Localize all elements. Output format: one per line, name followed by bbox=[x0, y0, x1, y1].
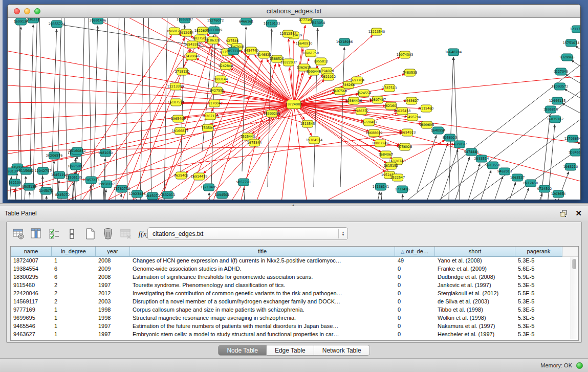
graph-node[interactable]: 9699695 bbox=[420, 121, 434, 128]
graph-node[interactable]: 1615152 bbox=[384, 162, 398, 169]
table-row[interactable]: 1938455462009Genome-wide association stu… bbox=[11, 265, 578, 273]
graph-node[interactable]: 16914479 bbox=[191, 173, 208, 180]
graph-node[interactable]: 917004 bbox=[208, 100, 221, 107]
new-table-icon[interactable] bbox=[82, 226, 98, 242]
graph-node[interactable]: 12213399 bbox=[167, 83, 184, 90]
graph-node[interactable]: 9756928 bbox=[398, 143, 412, 150]
graph-node[interactable]: 8958923 bbox=[443, 134, 457, 141]
graph-node[interactable]: 9724502 bbox=[537, 185, 552, 192]
graph-node[interactable]: 10719133 bbox=[264, 20, 280, 27]
graph-node[interactable]: 1621012 bbox=[321, 73, 336, 80]
table-row[interactable]: 1830029562008Estimation of significance … bbox=[11, 273, 578, 281]
graph-node[interactable]: 12213540 bbox=[368, 28, 385, 35]
column-header-out_de[interactable]: △out_de… bbox=[395, 247, 435, 257]
hub-node[interactable]: 18724007 bbox=[286, 100, 302, 109]
graph-node[interactable]: 16648784 bbox=[445, 49, 462, 56]
graph-node[interactable]: 19654923 bbox=[399, 129, 416, 136]
graph-node[interactable]: 9242848 bbox=[219, 62, 233, 70]
table-settings-icon[interactable] bbox=[11, 226, 26, 242]
graph-node[interactable]: 15276072 bbox=[207, 18, 224, 24]
column-header-in_degree[interactable]: in_degree bbox=[52, 247, 96, 257]
column-header-short[interactable]: short bbox=[435, 247, 515, 257]
graph-node[interactable]: 1034553 bbox=[569, 149, 580, 156]
delete-table-icon[interactable] bbox=[100, 226, 116, 242]
graph-node[interactable]: 19384554 bbox=[306, 137, 323, 144]
graph-node[interactable]: 19166827 bbox=[172, 127, 189, 135]
import-table-icon[interactable] bbox=[118, 226, 134, 242]
table-row[interactable]: 1456911722003Disruption of a novel membe… bbox=[11, 298, 578, 306]
graph-node[interactable]: 3624554 bbox=[357, 90, 371, 97]
float-window-icon[interactable] bbox=[560, 209, 568, 217]
graph-node[interactable]: 15640910 bbox=[296, 40, 313, 47]
graph-node[interactable]: 9505135 bbox=[22, 183, 36, 190]
graph-node[interactable]: 2803144 bbox=[213, 76, 228, 83]
table-row[interactable]: 969969511998Structural magnetic resonanc… bbox=[11, 314, 578, 322]
graph-node[interactable]: 1609134 bbox=[14, 18, 28, 25]
graph-node[interactable]: 12942757 bbox=[35, 167, 52, 174]
table-row[interactable]: 946362711997Embryonic stem cells: a mode… bbox=[11, 331, 578, 339]
graph-node[interactable]: 1094501 bbox=[215, 191, 229, 199]
graph-node[interactable]: 1513545 bbox=[300, 120, 315, 127]
graph-node[interactable]: 7632011 bbox=[161, 191, 175, 199]
graph-node[interactable]: 7625402 bbox=[174, 172, 188, 179]
node-attribute-table[interactable]: namein_degreeyeartitle△out_de…shortpager… bbox=[10, 246, 579, 341]
graph-node[interactable]: 9227349 bbox=[554, 68, 568, 75]
graph-node[interactable]: 20206576 bbox=[46, 152, 63, 159]
graph-node[interactable]: 1203654 bbox=[551, 190, 565, 198]
graph-node[interactable]: 9474444 bbox=[464, 148, 478, 156]
graph-node[interactable]: 18267130 bbox=[202, 113, 219, 120]
graph-node[interactable]: 8912450 bbox=[524, 180, 538, 187]
graph-node[interactable]: 9115460 bbox=[419, 105, 433, 112]
graph-node[interactable]: 7684067 bbox=[379, 151, 393, 158]
graph-node[interactable]: 17957223 bbox=[83, 177, 100, 184]
column-header-year[interactable]: year bbox=[96, 247, 130, 257]
tab-network-table[interactable]: Network Table bbox=[314, 345, 370, 356]
graph-node[interactable]: 7913550 bbox=[486, 162, 500, 169]
graph-node[interactable]: 10807487 bbox=[369, 96, 386, 103]
graph-node[interactable]: 18807249 bbox=[372, 140, 389, 147]
graph-node[interactable]: 1965496 bbox=[171, 115, 185, 122]
graph-node[interactable]: 2933514 bbox=[474, 155, 489, 162]
graph-node[interactable]: 7986372 bbox=[354, 107, 368, 115]
close-panel-icon[interactable]: ✕ bbox=[575, 209, 582, 217]
graph-node[interactable]: 930217 bbox=[27, 18, 39, 23]
table-row[interactable]: 2242004622012Investigating the contribut… bbox=[11, 290, 578, 298]
graph-node[interactable]: 9329966 bbox=[560, 54, 574, 61]
graph-node[interactable]: 20691406 bbox=[90, 18, 106, 24]
graph-node[interactable]: 8245072 bbox=[55, 191, 70, 199]
column-pair-icon[interactable] bbox=[64, 226, 80, 242]
graph-node[interactable]: 1675344 bbox=[247, 139, 262, 146]
graph-node[interactable]: 12444135 bbox=[549, 97, 566, 104]
graph-node[interactable]: 20355724 bbox=[49, 20, 66, 28]
graph-node[interactable]: 1981030 bbox=[98, 149, 113, 157]
graph-node[interactable]: 62160 bbox=[386, 102, 397, 110]
graph-node[interactable]: 16543382 bbox=[184, 41, 201, 48]
graph-node[interactable]: 10553287 bbox=[177, 18, 193, 23]
tab-node-table[interactable]: Node Table bbox=[218, 345, 267, 356]
graph-node[interactable]: 12923448 bbox=[129, 190, 146, 198]
graph-node[interactable]: 15720407 bbox=[361, 119, 378, 126]
graph-node[interactable]: 1963210 bbox=[563, 163, 578, 170]
graph-node[interactable]: 18322037 bbox=[280, 59, 297, 66]
graph-node[interactable]: 2718120 bbox=[175, 68, 189, 75]
graph-node[interactable]: 1945072 bbox=[145, 192, 160, 200]
graph-node[interactable]: 1697704 bbox=[350, 77, 364, 84]
graph-node[interactable]: 1640954 bbox=[431, 127, 445, 134]
graph-node[interactable]: 6679197 bbox=[452, 141, 467, 148]
graph-node[interactable]: 8813054 bbox=[311, 19, 325, 27]
row-select-icon[interactable] bbox=[47, 226, 62, 242]
network-view-window[interactable]: citations_edges.txt 18724007896012289129… bbox=[7, 4, 581, 200]
graph-node[interactable]: 9857791 bbox=[236, 179, 251, 186]
column-header-title[interactable]: title bbox=[130, 247, 395, 257]
graph-node[interactable]: 8427552 bbox=[210, 87, 224, 94]
show-columns-icon[interactable] bbox=[29, 226, 44, 242]
graph-node[interactable]: 15751074 bbox=[563, 39, 580, 47]
graph-node[interactable]: 6466161 bbox=[239, 18, 253, 25]
graph-node[interactable]: 14136141 bbox=[373, 183, 389, 190]
table-row[interactable]: 1872400712008Changes of HCN gene express… bbox=[11, 257, 578, 265]
table-row[interactable]: 977716911998Corpus callosum shape and si… bbox=[11, 306, 578, 314]
graph-node[interactable]: 16107554 bbox=[168, 99, 185, 106]
table-row[interactable]: 911546021997Tourette syndrome. Phenomeno… bbox=[11, 281, 578, 290]
scrollbar-thumb[interactable] bbox=[572, 259, 576, 269]
table-vertical-scrollbar[interactable] bbox=[571, 257, 577, 339]
